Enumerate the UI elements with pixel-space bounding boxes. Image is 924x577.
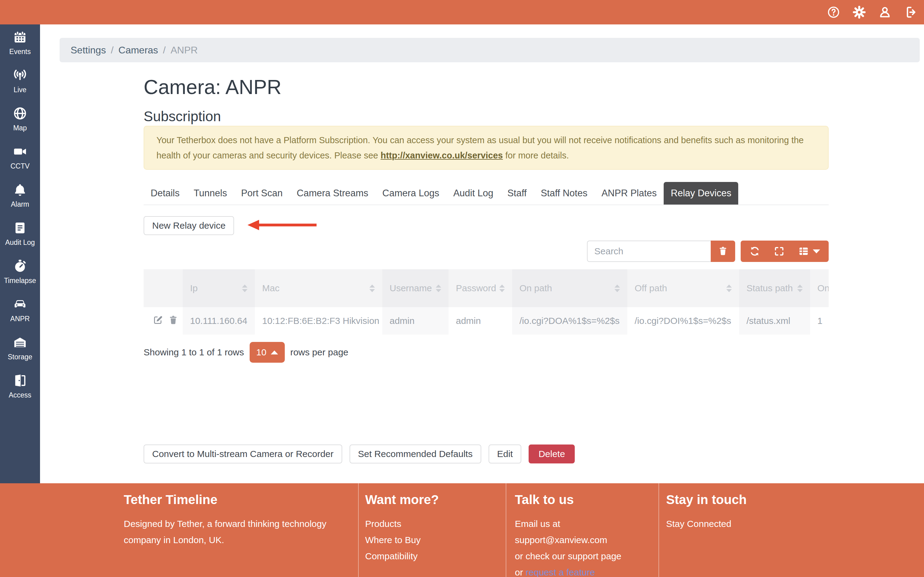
tab-staff[interactable]: Staff	[500, 182, 533, 205]
footer-link-support-email[interactable]: support@xanview.com	[515, 532, 646, 548]
column-header-ip[interactable]: Ip	[183, 269, 255, 307]
tab-anpr-plates[interactable]: ANPR Plates	[594, 182, 664, 205]
breadcrumb-settings[interactable]: Settings	[71, 45, 106, 56]
delete-button[interactable]: Delete	[528, 445, 575, 463]
caret-up-icon	[271, 350, 278, 355]
sidebar-label: Access	[8, 392, 31, 399]
search-input[interactable]	[587, 240, 711, 262]
columns-toggle-button[interactable]	[798, 246, 820, 257]
tab-relay-devices[interactable]: Relay Devices	[664, 182, 738, 205]
fullscreen-button[interactable]	[774, 246, 785, 257]
column-header-on-value[interactable]: On	[810, 269, 829, 307]
main-content: Settings / Cameras / ANPR Camera: ANPR S…	[40, 24, 924, 483]
tab-camera-logs[interactable]: Camera Logs	[375, 182, 446, 205]
tab-camera-streams[interactable]: Camera Streams	[290, 182, 375, 205]
tab-audit-log[interactable]: Audit Log	[446, 182, 500, 205]
video-camera-icon	[13, 144, 27, 160]
sidebar-item-access[interactable]: Access	[0, 373, 40, 411]
footer-heading: Talk to us	[515, 492, 646, 507]
set-defaults-button[interactable]: Set Recommended Defaults	[350, 445, 481, 463]
footer-divider	[506, 483, 506, 577]
edit-button[interactable]: Edit	[489, 445, 522, 463]
pagination: Showing 1 to 1 of 1 rows 10 rows per pag…	[144, 342, 829, 363]
sidebar-item-storage[interactable]: Storage	[0, 335, 40, 373]
footer-text: Stay Connected	[666, 516, 880, 532]
footer-divider	[358, 483, 359, 577]
sort-icon	[614, 285, 620, 292]
breadcrumb-separator: /	[111, 45, 114, 56]
caret-down-icon	[813, 250, 820, 253]
sidebar-item-audit-log[interactable]: Audit Log	[0, 221, 40, 259]
footer-link-products[interactable]: Products	[365, 516, 493, 532]
new-relay-device-button[interactable]: New Relay device	[144, 216, 234, 235]
column-header-on-path[interactable]: On path	[512, 269, 627, 307]
annotation-arrow-icon	[247, 219, 318, 233]
footer-link-where-to-buy[interactable]: Where to Buy	[365, 532, 493, 548]
cell-mac: 10:12:FB:6E:B2:F3 Hikvision	[255, 307, 382, 335]
globe-icon	[13, 106, 27, 122]
sort-icon	[242, 285, 247, 292]
user-icon[interactable]	[878, 5, 892, 19]
footer-heading: Stay in touch	[666, 492, 880, 507]
footer-divider	[659, 483, 659, 577]
sidebar-label: Audit Log	[5, 239, 35, 246]
column-header-mac[interactable]: Mac	[255, 269, 382, 307]
sidebar-label: Alarm	[11, 201, 29, 208]
column-header-username[interactable]: Username	[382, 269, 449, 307]
column-header-off-path[interactable]: Off path	[627, 269, 739, 307]
tab-staff-notes[interactable]: Staff Notes	[534, 182, 594, 205]
sidebar-item-map[interactable]: Map	[0, 106, 40, 144]
subscription-warning: Your Tetherbox does not have a Platform …	[144, 126, 829, 170]
document-icon	[13, 221, 27, 236]
bell-icon	[13, 182, 27, 198]
tab-bar: Details Tunnels Port Scan Camera Streams…	[144, 182, 829, 205]
refresh-icon	[749, 246, 760, 257]
column-header-status-path[interactable]: Status path	[739, 269, 810, 307]
table-row: 10.111.160.64 10:12:FB:6E:B2:F3 Hikvisio…	[144, 307, 829, 335]
delete-row-icon[interactable]	[168, 315, 178, 327]
column-header-password[interactable]: Password	[449, 269, 512, 307]
cell-ip: 10.111.160.64	[183, 307, 255, 335]
sidebar: Events Live Map CCTV Alarm Audit Log Tim…	[0, 24, 40, 483]
footer-col-tether: Tether Timeline Designed by Tether, a fo…	[124, 492, 350, 548]
sidebar-item-live[interactable]: Live	[0, 68, 40, 106]
tab-tunnels[interactable]: Tunnels	[187, 182, 234, 205]
trash-icon	[718, 246, 728, 257]
table-controls-group	[741, 240, 829, 262]
fullscreen-icon	[774, 246, 785, 257]
edit-row-icon[interactable]	[153, 315, 163, 327]
stopwatch-icon	[13, 259, 27, 274]
convert-button[interactable]: Convert to Multi-stream Camera or Record…	[144, 445, 342, 463]
topbar-icon-group	[827, 0, 917, 24]
sort-icon	[436, 285, 441, 292]
sidebar-item-timelapse[interactable]: Timelapse	[0, 259, 40, 297]
row-actions-cell	[144, 307, 183, 335]
pagination-summary: Showing 1 to 1 of 1 rows	[144, 347, 244, 358]
sort-icon	[370, 285, 375, 292]
footer-link-request-feature[interactable]: request a feature	[525, 567, 595, 577]
help-icon[interactable]	[827, 5, 840, 19]
tab-details[interactable]: Details	[144, 182, 187, 205]
sidebar-label: CCTV	[10, 163, 30, 170]
footer-text: Designed by Tether, a forward thinking t…	[124, 516, 350, 548]
services-link[interactable]: http://xanview.co.uk/services	[380, 150, 502, 160]
sidebar-item-anpr[interactable]: ANPR	[0, 297, 40, 335]
sidebar-item-cctv[interactable]: CCTV	[0, 144, 40, 182]
clear-search-button[interactable]	[711, 240, 735, 262]
sort-icon	[499, 285, 505, 292]
page-subtitle: Subscription	[144, 109, 829, 124]
footer-col-want-more: Want more? Products Where to Buy Compati…	[365, 492, 493, 564]
sidebar-item-alarm[interactable]: Alarm	[0, 182, 40, 221]
sidebar-label: Storage	[8, 353, 32, 361]
tab-port-scan[interactable]: Port Scan	[234, 182, 290, 205]
logout-icon[interactable]	[904, 5, 917, 19]
pagination-suffix: rows per page	[290, 347, 348, 358]
gear-icon[interactable]	[853, 5, 866, 19]
page-size-dropdown[interactable]: 10	[250, 342, 285, 363]
calendar-icon	[13, 30, 27, 45]
footer-link-compatibility[interactable]: Compatibility	[365, 548, 493, 564]
footer-heading: Tether Timeline	[124, 492, 350, 507]
sidebar-label: Timelapse	[4, 277, 36, 284]
sidebar-item-events[interactable]: Events	[0, 30, 40, 68]
refresh-button[interactable]	[749, 246, 760, 257]
